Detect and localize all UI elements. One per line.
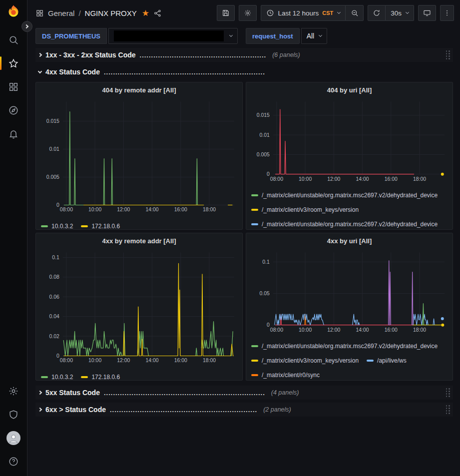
svg-text:0.005: 0.005 bbox=[257, 152, 270, 157]
favorite-star-icon[interactable]: ★ bbox=[142, 9, 149, 17]
refresh-interval-picker[interactable]: 30s bbox=[386, 5, 414, 21]
svg-text:0: 0 bbox=[267, 171, 270, 177]
svg-text:0.04: 0.04 bbox=[49, 314, 59, 319]
row-title-dots: ........................................… bbox=[104, 68, 265, 76]
sidebar-item-server-admin[interactable] bbox=[0, 403, 27, 426]
time-range-label: Last 12 hours bbox=[278, 9, 319, 17]
refresh-button[interactable] bbox=[368, 5, 386, 21]
legend-item[interactable]: /_matrix/client/unstable/org.matrix.msc2… bbox=[251, 218, 438, 230]
legend-swatch bbox=[81, 376, 88, 378]
legend-item[interactable]: /_matrix/client/v3/room_keys/version bbox=[251, 203, 359, 216]
sidebar-item-alerting[interactable] bbox=[0, 122, 27, 145]
svg-text:14:00: 14:00 bbox=[356, 327, 369, 333]
sidebar-item-explore[interactable] bbox=[0, 98, 27, 122]
legend-swatch bbox=[251, 209, 258, 211]
redacted-datasource-value bbox=[114, 30, 224, 41]
panel-title[interactable]: 4xx by remote addr [All] bbox=[40, 233, 238, 248]
save-dashboard-button[interactable] bbox=[217, 5, 235, 21]
legend-swatch bbox=[81, 225, 88, 227]
zoom-out-time-button[interactable] bbox=[346, 5, 364, 21]
legend-item[interactable]: 172.18.0.6 bbox=[81, 220, 120, 230]
sidebar-expand-button[interactable] bbox=[21, 21, 32, 32]
variables-row: DS_PROMETHEUS request_host All bbox=[27, 26, 460, 46]
chevron-down-icon bbox=[406, 10, 409, 14]
legend-item[interactable]: /_matrix/client/unstable/org.matrix.msc2… bbox=[251, 340, 438, 353]
row-drag-handle[interactable] bbox=[446, 50, 451, 59]
breadcrumb-folder[interactable]: General bbox=[48, 9, 74, 17]
svg-text:10:00: 10:00 bbox=[299, 327, 312, 333]
row-header-1xx-3xx-2xx[interactable]: 1xx - 3xx - 2xx Status Code ............… bbox=[35, 48, 453, 62]
time-range-picker[interactable]: Last 12 hours CST bbox=[261, 5, 346, 21]
panel-title[interactable]: 4xx by uri [All] bbox=[250, 233, 449, 248]
svg-text:0: 0 bbox=[56, 202, 59, 208]
share-icon[interactable] bbox=[153, 9, 162, 17]
legend-swatch bbox=[251, 360, 258, 362]
panel-title[interactable]: 404 by remote addr [All] bbox=[40, 82, 238, 97]
request-host-variable-value[interactable]: All bbox=[301, 28, 328, 44]
refresh-interval-label: 30s bbox=[391, 9, 402, 17]
time-series-chart[interactable]: 08:0010:0012:0014:0016:0018:0000.0050.01… bbox=[40, 97, 238, 214]
row-drag-handle[interactable] bbox=[446, 388, 451, 397]
row-drag-handle[interactable] bbox=[446, 405, 451, 414]
legend-label: 10.0.3.2 bbox=[51, 371, 73, 381]
legend-label: /_matrix/client/unstable/org.matrix.msc2… bbox=[262, 218, 438, 230]
sidebar-item-starred[interactable] bbox=[0, 51, 27, 75]
svg-text:16:00: 16:00 bbox=[385, 176, 398, 182]
legend-swatch bbox=[367, 360, 374, 362]
row-header-4xx[interactable]: 4xx Status Code ........................… bbox=[35, 65, 453, 79]
legend-swatch bbox=[41, 225, 48, 227]
sidebar-item-profile[interactable] bbox=[0, 426, 27, 450]
legend-item[interactable]: 10.0.3.2 bbox=[41, 371, 73, 381]
legend-item[interactable]: /_matrix/client/v3/room_keys/version bbox=[251, 354, 359, 367]
sidebar-item-search[interactable] bbox=[0, 28, 27, 51]
svg-text:18:00: 18:00 bbox=[413, 327, 426, 333]
gear-icon bbox=[244, 9, 252, 17]
time-series-chart[interactable]: 08:0010:0012:0014:0016:0018:0000.020.040… bbox=[40, 248, 238, 365]
dashboard-title[interactable]: NGINX PROXY bbox=[85, 9, 137, 17]
grafana-logo[interactable] bbox=[5, 4, 22, 21]
row-header-6xx[interactable]: 6xx > Status Code ......................… bbox=[35, 403, 453, 417]
dashboard-settings-button[interactable] bbox=[239, 5, 257, 21]
datasource-variable-value[interactable] bbox=[108, 28, 238, 44]
svg-text:0: 0 bbox=[56, 353, 59, 359]
svg-text:12:00: 12:00 bbox=[327, 176, 340, 182]
sidebar-item-dashboards[interactable] bbox=[0, 75, 27, 98]
sidebar-item-help[interactable] bbox=[0, 450, 27, 473]
time-series-chart[interactable]: 08:0010:0012:0014:0016:0018:0000.050.1 bbox=[250, 248, 449, 334]
sidebar bbox=[0, 0, 27, 476]
panel-title[interactable]: 404 by uri [All] bbox=[250, 82, 449, 97]
chevron-right-icon bbox=[38, 391, 42, 395]
more-options-button[interactable] bbox=[440, 5, 454, 21]
svg-text:18:00: 18:00 bbox=[203, 358, 216, 363]
request-host-selected-value: All bbox=[307, 32, 315, 40]
dashboard-body: 1xx - 3xx - 2xx Status Code ............… bbox=[27, 46, 460, 476]
row-title: 5xx Status Code bbox=[45, 389, 100, 397]
legend-label: /_matrix/client/v3/room_keys/version bbox=[262, 354, 359, 367]
svg-text:14:00: 14:00 bbox=[145, 207, 158, 212]
legend-item[interactable]: /_matrix/client/r0/sync bbox=[251, 369, 320, 381]
svg-text:0.015: 0.015 bbox=[257, 112, 270, 118]
cycle-view-mode-button[interactable] bbox=[418, 5, 436, 21]
time-series-chart[interactable]: 08:0010:0012:0014:0016:0018:0000.0050.01… bbox=[250, 97, 449, 183]
legend-item[interactable]: 10.0.3.2 bbox=[41, 220, 73, 230]
legend-item[interactable]: /api/live/ws bbox=[367, 354, 407, 367]
search-icon bbox=[8, 34, 19, 45]
row-header-5xx[interactable]: 5xx Status Code ........................… bbox=[35, 386, 453, 400]
legend-item[interactable]: 172.18.0.6 bbox=[81, 371, 120, 381]
legend-swatch bbox=[251, 374, 258, 376]
clock-icon bbox=[266, 9, 274, 17]
sidebar-item-configuration[interactable] bbox=[0, 379, 27, 403]
legend-swatch bbox=[251, 345, 258, 347]
svg-text:0.06: 0.06 bbox=[49, 294, 59, 300]
legend-swatch bbox=[41, 376, 48, 378]
row-title: 6xx > Status Code bbox=[45, 406, 106, 414]
legend-label: /_matrix/client/v3/room_keys/version bbox=[262, 203, 359, 216]
chevron-down-icon bbox=[229, 33, 233, 37]
panel-404-by-uri: 404 by uri [All] 08:0010:0012:0014:0016:… bbox=[246, 82, 453, 230]
svg-text:16:00: 16:00 bbox=[174, 207, 187, 212]
legend-item[interactable]: /_matrix/client/unstable/org.matrix.msc2… bbox=[251, 189, 438, 202]
row-panel-count: (6 panels) bbox=[272, 51, 300, 58]
svg-text:0.1: 0.1 bbox=[52, 255, 59, 260]
chevron-down-icon bbox=[38, 69, 42, 73]
row-title: 4xx Status Code bbox=[45, 68, 100, 76]
